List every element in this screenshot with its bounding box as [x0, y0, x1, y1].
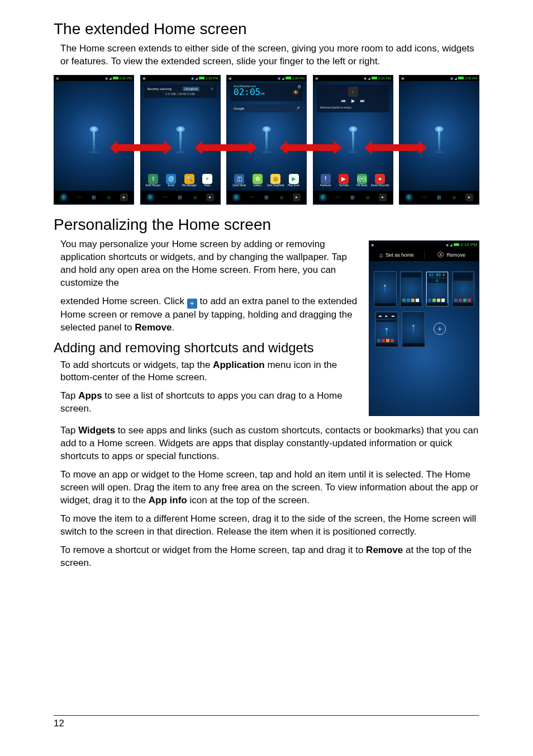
refresh-icon[interactable]: ↻: [211, 87, 213, 91]
signal-icon: ◢: [450, 243, 453, 247]
mic-icon[interactable]: 🎤: [296, 106, 299, 110]
dock: ✆ ⋯ ⊞ ☺ ▸: [54, 191, 134, 204]
app-gallery[interactable]: ✿Gallery: [251, 174, 264, 187]
widget-time: 02:05PM: [234, 87, 264, 97]
app-swift-hotspot[interactable]: ⇪Swift Hotspot: [146, 174, 160, 187]
status-time: 2:05 PM: [120, 77, 132, 80]
panel-thumb-3[interactable]: 02:09 ☀ ⌂: [426, 271, 449, 307]
dock-contacts-icon[interactable]: ☺: [105, 193, 113, 201]
remove-label: Remove: [446, 252, 465, 258]
dock-camera-icon[interactable]: ▸: [120, 193, 128, 201]
notif-icon: ▣: [371, 243, 374, 247]
app-fm-radio[interactable]: ((•))FM Radio: [355, 174, 369, 187]
swipe-arrow-3: [287, 144, 334, 151]
battery-icon: [113, 77, 118, 79]
set-as-home-button[interactable]: ⌂ Set as home: [369, 252, 424, 258]
panel-thumb-2[interactable]: [400, 271, 423, 307]
battery-icon: [454, 243, 459, 246]
plus-inline-icon: +: [187, 299, 197, 309]
home-panels-figure: ▣ ◉ ◢ 2:05 PM ✆ ⋯ ⊞ ☺ ▸ ▣◉◢2:05 PM: [54, 75, 479, 205]
mini-prev-icon: ⏮: [379, 314, 382, 318]
wifi-icon: ◉: [446, 243, 449, 247]
dock-messages-icon[interactable]: ⋯: [75, 193, 83, 201]
mini-weather-icon: ☀: [442, 273, 445, 277]
home-panel-left: ▣◉◢2:05 PM Monthly warning Chunghwa ↻ 0.…: [140, 75, 221, 205]
data-usage-widget[interactable]: Monthly warning Chunghwa ↻ 0.0 MB / 2048…: [144, 84, 217, 98]
home-panel-far-right: ▣◉◢2:05 PM ✆⋯⊞☺▸: [399, 75, 479, 205]
weather-clock-widget[interactable]: AccuWeather.com 02:05PM ☀ ⚙: [230, 83, 303, 101]
dock-phone-icon[interactable]: ✆: [60, 193, 68, 201]
app-snapnote[interactable]: ◎Acer SnapNote: [269, 174, 282, 187]
app-youtube[interactable]: ▶YouTube: [337, 174, 350, 187]
panel-thumb-4[interactable]: [452, 271, 475, 307]
swipe-arrow-1: [117, 144, 164, 151]
app-facebook[interactable]: fFacebook: [319, 174, 332, 187]
mini-widget-time: 02:09: [429, 273, 441, 277]
mini-play-icon: ▶: [386, 314, 388, 318]
remove-button[interactable]: ⓧ Remove: [424, 251, 479, 259]
heading-personalizing: Personalizing the Home screen: [54, 216, 479, 234]
app-sound-recorder[interactable]: ●Sound Recorder: [373, 174, 387, 187]
accuweather-label: AccuWeather.com: [234, 84, 256, 88]
status-bar: ▣ ◉ ◢ 2:05 PM: [54, 75, 134, 81]
add-panel-button[interactable]: +: [429, 311, 451, 346]
app-row: ⇪Swift Hotspot @Email 🔍File Manager ⌖Map…: [141, 174, 220, 187]
para-move-screen: To move the item to a different Home scr…: [60, 513, 479, 538]
app-maps[interactable]: ⌖Maps: [201, 174, 214, 187]
heading-extended-home: The extended Home screen: [54, 20, 479, 38]
home-panel-center: ▣◉◢2:05 PM AccuWeather.com 02:05PM ☀ ⚙ G…: [226, 75, 307, 205]
widget-settings-icon[interactable]: ⚙: [297, 84, 301, 89]
signal-icon: ◢: [109, 76, 112, 80]
home-panel-far-left: ▣ ◉ ◢ 2:05 PM ✆ ⋯ ⊞ ☺ ▸: [54, 75, 134, 205]
data-usage-label: Monthly warning: [147, 87, 172, 91]
panel-thumb-5[interactable]: ⏮ ▶ ⏭: [375, 311, 398, 347]
next-icon[interactable]: ⏭: [360, 98, 365, 103]
app-email[interactable]: @Email: [164, 174, 178, 187]
set-as-home-label: Set as home: [386, 252, 414, 258]
app-quick-mode[interactable]: ◫Quick Mode: [232, 174, 246, 187]
para-move-app: To move an app or widget to the Home scr…: [60, 469, 479, 507]
remove-icon: ⓧ: [437, 251, 444, 259]
mini-next-icon: ⏭: [392, 314, 394, 318]
home-icon: ⌂: [379, 252, 383, 258]
data-usage-value: 0.0 MB / 2048.0 MB: [147, 92, 213, 96]
page-footer: 12: [54, 715, 479, 729]
status-time: 2:10 PM: [460, 242, 477, 247]
app-file-manager[interactable]: 🔍File Manager: [183, 174, 196, 187]
panel-thumb-6[interactable]: [402, 311, 425, 347]
swipe-arrow-2: [202, 144, 249, 151]
search-placeholder: Google: [234, 107, 244, 110]
swipe-arrow-4: [372, 144, 419, 151]
panel-manager-topbar: ⌂ Set as home ⓧ Remove: [369, 249, 479, 261]
plus-circle-icon: +: [434, 323, 446, 335]
para-remove-widget: To remove a shortcut or widget from the …: [60, 544, 479, 570]
panel-thumb-1[interactable]: [374, 271, 397, 307]
home-panel-right: ▣◉◢2:05 PM ♪ ⏮ ▶ ⏭ Selected playlist is …: [313, 75, 393, 205]
app-play-store[interactable]: ▶Play Store: [287, 174, 301, 187]
wallpaper-glass: [89, 126, 99, 158]
panel-manager-figure: ▣ ◉ ◢ 2:10 PM ⌂ Set as home ⓧ Remove: [369, 240, 479, 416]
dock-allapps-icon[interactable]: ⊞: [90, 193, 98, 201]
mini-home-icon: ⌂: [436, 278, 439, 283]
google-search-widget[interactable]: Google 🎤: [230, 105, 303, 112]
play-icon[interactable]: ▶: [351, 98, 355, 103]
page-number: 12: [54, 718, 64, 729]
wifi-icon: ◉: [105, 76, 108, 80]
para-extended-desc: The Home screen extends to either side o…: [60, 42, 479, 68]
notif-icon: ▣: [56, 76, 59, 80]
music-player-widget[interactable]: ♪ ⏮ ▶ ⏭ Selected playlist is empty.: [317, 84, 389, 112]
para-tap-widgets: Tap Widgets to see apps and links (such …: [60, 424, 479, 463]
player-caption: Selected playlist is empty.: [317, 106, 389, 109]
album-art-icon: ♪: [348, 87, 358, 97]
prev-icon[interactable]: ⏮: [341, 98, 346, 103]
carrier-chip: Chunghwa: [183, 87, 199, 91]
